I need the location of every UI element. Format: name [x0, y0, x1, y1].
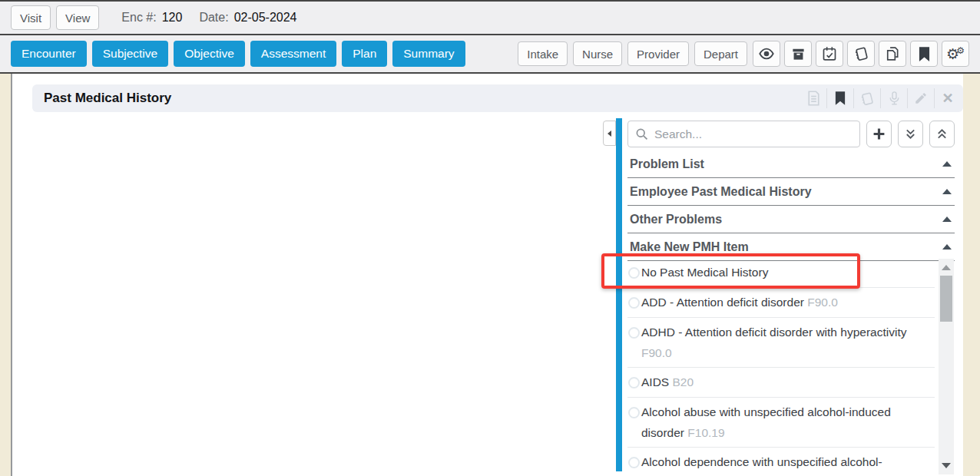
- item-name: ADHD - Attention deficit disorder with h…: [641, 326, 906, 339]
- calendar-check-icon: [822, 46, 837, 61]
- settings-button[interactable]: ⚙⚙: [942, 41, 969, 67]
- radio-circle-icon: [628, 327, 640, 339]
- journal-section-button[interactable]: [854, 84, 880, 112]
- radio-circle-icon: [628, 457, 640, 468]
- group-label: Problem List: [627, 150, 704, 177]
- journal-icon: [853, 46, 869, 61]
- section-header-actions: ✕: [800, 84, 961, 112]
- scroll-down-icon[interactable]: [942, 463, 951, 468]
- group-label: Other Problems: [627, 206, 722, 233]
- item-code: F90.0: [641, 346, 672, 359]
- encounter-info-bar: Visit View Enc #: 120 Date: 02-05-2024: [0, 0, 980, 35]
- journal-button[interactable]: [847, 41, 875, 67]
- close-icon: ✕: [942, 91, 953, 105]
- pmh-picker-panel: Problem List Employee Past Medical Histo…: [603, 118, 963, 476]
- archive-button[interactable]: [784, 41, 812, 67]
- content-pane: Past Medical History: [11, 74, 963, 476]
- plus-icon: [872, 127, 886, 140]
- note-button[interactable]: [800, 84, 826, 112]
- group-employee-pmh[interactable]: Employee Past Medical History: [627, 178, 955, 206]
- collapse-up-icon: [942, 161, 952, 167]
- group-problem-list[interactable]: Problem List: [627, 150, 955, 178]
- item-name: ADD - Attention deficit disorder: [641, 296, 804, 309]
- item-code: F10.19: [687, 426, 724, 439]
- date-label: Date:: [199, 11, 228, 25]
- date-value: 02-05-2024: [234, 11, 297, 25]
- panel-accent-bar: [616, 118, 622, 471]
- close-section-button[interactable]: ✕: [935, 84, 961, 112]
- document-icon: [807, 91, 820, 106]
- collapse-all-button[interactable]: [929, 121, 955, 147]
- tab-objective[interactable]: Objective: [174, 41, 245, 67]
- panel-collapse-button[interactable]: [603, 121, 616, 146]
- list-item-no-past-medical-history[interactable]: No Past Medical History: [627, 258, 935, 288]
- radio-circle-icon: [628, 267, 640, 279]
- list-item-adhd[interactable]: ADHD - Attention deficit disorder with h…: [627, 318, 935, 368]
- scrollbar-thumb[interactable]: [940, 276, 952, 322]
- group-make-new-pmh-item[interactable]: Make New PMH Item: [627, 233, 955, 261]
- bookmark-icon: [835, 91, 846, 105]
- group-label: Employee Past Medical History: [627, 178, 812, 205]
- pencil-icon: [914, 91, 928, 105]
- list-item-alcohol-abuse[interactable]: Alcohol abuse with unspecified alcohol-i…: [627, 398, 935, 448]
- bookmark-icon: [919, 47, 930, 61]
- search-icon: [635, 127, 648, 140]
- collapse-up-icon: [942, 244, 952, 250]
- enc-value: 120: [162, 11, 183, 25]
- search-box: [627, 121, 860, 147]
- provider-button[interactable]: Provider: [627, 41, 689, 66]
- copy-button[interactable]: [879, 41, 906, 67]
- microphone-icon: [888, 91, 901, 106]
- tab-plan[interactable]: Plan: [342, 41, 387, 67]
- group-other-problems[interactable]: Other Problems: [627, 206, 955, 233]
- archive-box-icon: [791, 47, 806, 61]
- radio-circle-icon: [628, 297, 640, 309]
- edit-button[interactable]: [908, 84, 934, 112]
- list-item-alcohol-dependence[interactable]: Alcohol dependence with unspecified alco…: [627, 448, 935, 476]
- intake-button[interactable]: Intake: [518, 41, 568, 66]
- search-row: [627, 121, 955, 147]
- search-input[interactable]: [627, 121, 860, 147]
- panel-content: Problem List Employee Past Medical Histo…: [627, 121, 955, 476]
- tab-assessment[interactable]: Assessment: [250, 41, 336, 67]
- item-name: AIDS: [641, 375, 669, 388]
- item-code: B20: [673, 375, 694, 388]
- gears-icon: ⚙⚙: [946, 47, 965, 61]
- item-name: Alcohol dependence with unspecified alco…: [641, 455, 882, 468]
- nurse-button[interactable]: Nurse: [573, 41, 622, 66]
- expand-all-button[interactable]: [898, 121, 923, 147]
- copy-icon: [885, 46, 900, 61]
- list-item-add[interactable]: ADD - Attention deficit disorder F90.0: [627, 288, 935, 318]
- tab-encounter[interactable]: Encounter: [11, 41, 87, 67]
- section-header-bar: Past Medical History: [32, 84, 963, 112]
- radio-circle-icon: [628, 377, 640, 388]
- triangle-left-icon: [608, 131, 611, 137]
- calendar-button[interactable]: [816, 41, 843, 67]
- list-rows: No Past Medical History ADD - Attention …: [627, 258, 935, 476]
- list-scrollbar[interactable]: [939, 259, 954, 474]
- view-button[interactable]: View: [56, 5, 99, 30]
- collapse-up-icon: [942, 189, 952, 194]
- tab-summary[interactable]: Summary: [392, 41, 465, 67]
- add-item-button[interactable]: [866, 121, 892, 147]
- bookmark-button[interactable]: [910, 41, 938, 67]
- scroll-up-icon[interactable]: [942, 265, 951, 270]
- eye-button[interactable]: [753, 41, 780, 67]
- visit-button[interactable]: Visit: [11, 5, 51, 30]
- eye-icon: [758, 48, 775, 60]
- tab-subjective[interactable]: Subjective: [92, 41, 169, 67]
- bookmark-section-button[interactable]: [827, 84, 853, 112]
- double-chevron-up-icon: [936, 128, 948, 140]
- item-name: Alcohol abuse with unspecified alcohol-i…: [641, 405, 891, 439]
- main-area: Past Medical History: [0, 74, 980, 476]
- journal-icon: [859, 91, 875, 106]
- dictate-button[interactable]: [881, 84, 907, 112]
- page-title: Past Medical History: [44, 84, 171, 112]
- depart-button[interactable]: Depart: [694, 41, 747, 66]
- item-name: No Past Medical History: [641, 266, 768, 279]
- radio-circle-icon: [628, 407, 640, 418]
- nav-toolbar: Encounter Subjective Objective Assessmen…: [0, 35, 980, 74]
- list-item-aids[interactable]: AIDS B20: [627, 368, 935, 398]
- double-chevron-down-icon: [905, 128, 916, 140]
- enc-label: Enc #:: [121, 11, 156, 25]
